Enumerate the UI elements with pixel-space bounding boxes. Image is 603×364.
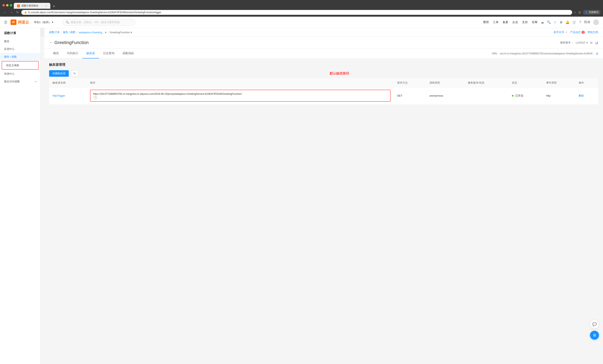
tab-trigger[interactable]: 触发器 (82, 49, 99, 59)
col-method: 请求方法 (394, 79, 426, 87)
cart-icon[interactable]: 🛒 (572, 20, 576, 24)
tab-overview[interactable]: 概览 (49, 49, 63, 59)
back-arrow[interactable]: ← (49, 41, 53, 45)
breadcrumb-item-fc[interactable]: 函数计算 (49, 30, 60, 34)
app-layout: 函数计算 概览 应用中心 服务 / 函数 自定义域名 资源中心 最近访问函数 ▾… (0, 28, 603, 364)
breadcrumb-left: 函数计算 / 服务 / 函数 / webapixxx-Greeting... ▾… (49, 30, 132, 34)
search-icon: 🔍 (66, 21, 69, 24)
default-path-annotation: 默认触发路径 (81, 71, 598, 76)
breadcrumb-right: 新手向导 ↗ 产品动态 5 帮助文档 (554, 30, 598, 34)
content-area: 触发器管理 创建触发器 ↻ 默认触发路径 触发器名称 路径 请求方法 授权类型 (44, 59, 603, 108)
breadcrumb-dynamics-link[interactable]: 产品动态 5 (570, 30, 585, 34)
monitor-icon[interactable]: 🖥 (559, 21, 563, 24)
sidebar-title: 函数计算 (0, 28, 40, 37)
tab-code[interactable]: 代码执行 (63, 49, 82, 59)
trigger-version-cell (465, 87, 509, 104)
aliyun-header: ☰ ⟳ 阿里云 华东1（杭州） ▾ 🔍 搜索文档、控制台、API、解决方案和资源… (0, 17, 603, 28)
trigger-name-cell: httpTrigger (49, 87, 87, 104)
sidebar-item-custom-domain[interactable]: 自定义域名 (2, 61, 39, 70)
tab-close-btn[interactable]: × (46, 4, 47, 7)
trigger-status-cell: 已开启 (509, 87, 543, 104)
nav-item-official[interactable]: 官网 (532, 21, 537, 24)
path-highlight-box: https://1813774388953700.cn-hangzhou.fc.… (90, 90, 390, 102)
nav-actions: ☆ ⊡ 👤 无痕模式 (574, 10, 601, 15)
search-placeholder: 搜索文档、控制台、API、解决方案和资源 (71, 21, 120, 24)
main-content: 函数计算 / 服务 / 函数 / webapixxx-Greeting... ▾… (44, 28, 603, 364)
trigger-table: 触发器名称 路径 请求方法 授权类型 服务版本/别名 状态 事件类型 操作 ht… (49, 78, 598, 104)
col-auth: 授权类型 (426, 79, 465, 87)
tabs: 概览 代码执行 触发器 日志查询 函数指标 (49, 49, 138, 59)
sidebar-item-overview[interactable]: 概览 (0, 37, 40, 45)
version-select[interactable]: LATEST ▾ (576, 41, 588, 44)
reload-btn[interactable]: ↻ (15, 10, 20, 15)
table-view-icon[interactable]: ⊟ (590, 41, 592, 44)
trigger-method-cell: GET (394, 87, 426, 104)
breadcrumb-item-webapp[interactable]: webapixxx-Greeting... ▾ (79, 31, 106, 34)
cloud-icon[interactable]: ☁ (541, 20, 544, 24)
forward-btn[interactable]: → (9, 10, 14, 15)
hamburger-menu[interactable]: ☰ (4, 20, 7, 24)
section-title: 触发器管理 (49, 63, 598, 67)
logo-box: ⟳ (11, 20, 16, 25)
incognito-label: 无痕模式 (589, 11, 599, 14)
col-version: 服务版本/别名 (465, 79, 509, 87)
chart-view-icon[interactable]: 📊 (595, 41, 598, 44)
new-tab-btn[interactable]: + (51, 4, 57, 9)
sidebar-item-recent-functions[interactable]: 最近访问函数 ▾ (0, 78, 40, 85)
arn-copy-icon[interactable]: ⧉ (596, 52, 598, 55)
tab-metrics[interactable]: 函数指标 (118, 49, 138, 59)
sidebar: 函数计算 概览 应用中心 服务 / 函数 自定义域名 资源中心 最近访问函数 ▾ (0, 28, 41, 364)
region-label: 华东1（杭州） (34, 21, 51, 24)
search-bar: 🔍 搜索文档、控制台、API、解决方案和资源 (62, 19, 135, 25)
sidebar-item-service-function[interactable]: 服务 / 函数 (0, 53, 40, 61)
back-btn[interactable]: ← (2, 10, 7, 15)
apps-float-btn[interactable]: ⊞ (590, 331, 599, 340)
traffic-light-green[interactable] (10, 4, 12, 7)
trigger-action-cell: 删除 (575, 87, 598, 104)
breadcrumb-dropdown-icon-2: ▾ (131, 31, 132, 34)
tab-logs[interactable]: 日志查询 (99, 49, 118, 59)
help-icon[interactable]: ? (579, 21, 581, 24)
lang-btn[interactable]: 简体 (584, 20, 591, 24)
nav-item-support[interactable]: 支持 (522, 21, 528, 24)
tab-title: 函数计算控制台 (22, 4, 39, 8)
breadcrumb-item-function[interactable]: GreetingFunction ▾ (110, 31, 132, 34)
nav-item-cost[interactable]: 费用 (483, 21, 489, 24)
search-input[interactable]: 🔍 搜索文档、控制台、API、解决方案和资源 (62, 19, 135, 25)
path-help-icon[interactable]: ? (94, 96, 97, 99)
version-label: 服务版本： (560, 41, 573, 45)
traffic-light-red[interactable] (2, 4, 5, 7)
nav-item-enterprise[interactable]: 企业 (512, 21, 518, 24)
breadcrumb-guide-link[interactable]: 新手向导 ↗ (554, 30, 567, 34)
col-path: 路径 (87, 79, 394, 87)
chat-float-btn[interactable]: 💬 (590, 320, 599, 329)
float-buttons: 💬 ⊞ (590, 320, 599, 340)
region-select[interactable]: 华东1（杭州） ▾ (32, 20, 55, 25)
incognito-btn[interactable]: 👤 无痕模式 (583, 10, 601, 15)
extension-icon[interactable]: ⊡ (579, 11, 581, 14)
sidebar-item-resource-center[interactable]: 资源中心 (0, 70, 40, 78)
bookmark-icon[interactable]: ☆ (574, 11, 576, 14)
sidebar-item-app-center[interactable]: 应用中心 (0, 45, 40, 53)
notification-icon[interactable]: 🔔 (566, 20, 569, 24)
aliyun-logo: ⟳ 阿里云 (11, 20, 29, 25)
nav-item-beian[interactable]: 备案 (503, 21, 508, 24)
create-trigger-btn[interactable]: 创建触发器 (49, 70, 69, 77)
breadcrumb-item-service[interactable]: 服务 / 函数 (63, 30, 76, 34)
header-icons: ☁ 🔍 ☆ 🖥 🔔 🛒 ? 简体 (541, 20, 599, 25)
browser-tab[interactable]: fc 函数计算控制台 × (14, 3, 50, 9)
sidebar-toggle[interactable]: ‹ (41, 28, 44, 36)
guide-arrow-icon: ↗ (565, 31, 567, 34)
search-icon-header[interactable]: 🔍 (547, 20, 551, 24)
col-name: 触发器名称 (49, 79, 87, 87)
logo-text: 阿里云 (18, 20, 29, 25)
star-icon[interactable]: ☆ (554, 20, 557, 24)
breadcrumb-help-link[interactable]: 帮助文档 (588, 30, 598, 34)
traffic-light-yellow[interactable] (6, 4, 9, 7)
trigger-name-link[interactable]: httpTrigger (53, 94, 65, 97)
nav-item-ticket[interactable]: 工单 (493, 21, 499, 24)
user-avatar[interactable] (593, 20, 599, 25)
address-bar[interactable]: 🔒 fc.console.aliyun.com/fc/service/cn-ha… (21, 10, 572, 15)
delete-trigger-link[interactable]: 删除 (579, 94, 584, 97)
refresh-btn[interactable]: ↻ (71, 70, 78, 76)
